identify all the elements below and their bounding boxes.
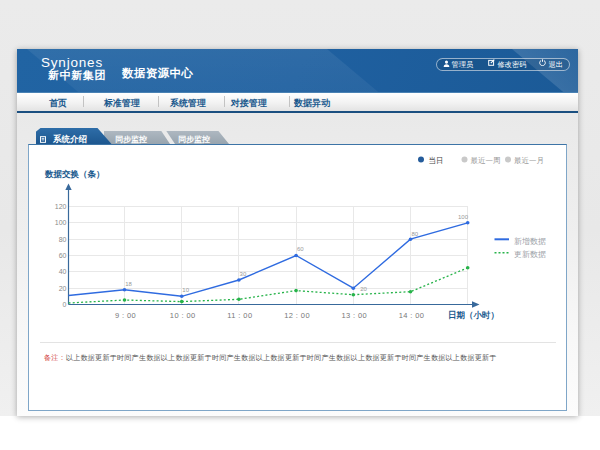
svg-text:100: 100 [458,214,469,220]
svg-text:30: 30 [240,271,247,277]
svg-text:10: 10 [182,287,189,293]
svg-text:18: 18 [125,281,132,287]
svg-text:80: 80 [411,231,418,237]
svg-text:20: 20 [360,286,367,292]
svg-text:60: 60 [297,246,304,252]
